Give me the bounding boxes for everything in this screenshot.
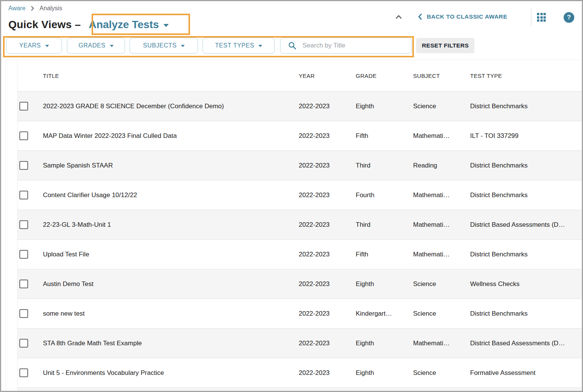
row-checkbox[interactable]: [19, 250, 28, 259]
search-box: [280, 38, 412, 54]
row-checkbox[interactable]: [19, 220, 28, 229]
row-checkbox[interactable]: [19, 191, 28, 199]
row-checkbox[interactable]: [19, 309, 28, 318]
table-row[interactable]: Unit 5 - Environments Vocabulary Practic…: [17, 358, 582, 387]
cell-subject: Mathemati…: [413, 251, 470, 258]
table-row[interactable]: [17, 387, 582, 391]
cell-grade: Fifth: [356, 132, 413, 140]
cell-grade: Eighth: [356, 369, 413, 377]
row-checkbox[interactable]: [19, 161, 28, 170]
view-selector-dropdown[interactable]: Analyze Tests: [89, 19, 169, 31]
collapse-header-button[interactable]: [395, 14, 402, 20]
cell-subject: Mathemati…: [413, 340, 470, 347]
table-row[interactable]: 2022-2023 GRADE 8 SCIENCE December (Conf…: [17, 91, 582, 121]
table-row[interactable]: Sample Spanish STAAR 2022-2023 Third Rea…: [17, 150, 582, 180]
row-checkbox[interactable]: [19, 102, 28, 111]
cell-title: MAP Data Winter 2022-2023 Final Culled D…: [43, 132, 299, 140]
cell-title: 22-23-GL 3-Math-Unit 1: [43, 221, 299, 229]
row-checkbox[interactable]: [19, 280, 28, 288]
cell-checkbox: [17, 309, 43, 318]
years-filter-button[interactable]: YEARS: [6, 38, 62, 54]
cell-grade: Fifth: [356, 251, 413, 258]
cell-test-type: District Based Assessments (D…: [470, 340, 582, 347]
grades-filter-button[interactable]: GRADES: [67, 38, 125, 54]
column-header-grade[interactable]: GRADE: [356, 73, 413, 79]
cell-subject: Science: [413, 369, 470, 377]
cell-year: 2022-2023: [299, 132, 356, 140]
years-filter-label: YEARS: [19, 42, 41, 49]
table-row[interactable]: 22-23-GL 3-Math-Unit 1 2022-2023 Third M…: [17, 210, 582, 239]
table-row[interactable]: Content Clarifier Usage 10/12/22 2022-20…: [17, 180, 582, 210]
subjects-filter-label: SUBJECTS: [143, 42, 176, 49]
breadcrumb: Aware Analysis: [8, 5, 62, 12]
table-row[interactable]: STA 8th Grade Math Test Example 2022-202…: [17, 328, 582, 358]
chevron-down-icon: [181, 45, 185, 47]
cell-title: some new test: [43, 310, 299, 318]
cell-title: Sample Spanish STAAR: [43, 162, 299, 169]
cell-test-type: District Benchmarks: [470, 103, 582, 110]
table-row[interactable]: some new test 2022-2023 Kindergart… Scie…: [17, 299, 582, 328]
page-title: Quick Views –: [8, 19, 81, 31]
column-header-subject[interactable]: SUBJECT: [413, 73, 470, 79]
cell-year: 2022-2023: [299, 310, 356, 318]
cell-test-type: District Benchmarks: [470, 310, 582, 318]
cell-subject: Mathemati…: [413, 191, 470, 199]
chevron-down-icon: [258, 45, 262, 47]
cell-year: 2022-2023: [299, 191, 356, 199]
row-checkbox[interactable]: [19, 368, 28, 377]
cell-year: 2022-2023: [299, 251, 356, 258]
row-checkbox[interactable]: [19, 131, 28, 140]
chevron-up-icon: [395, 14, 402, 20]
cell-checkbox: [17, 368, 43, 377]
cell-title: Unit 5 - Environments Vocabulary Practic…: [43, 369, 299, 377]
help-icon[interactable]: ?: [564, 12, 574, 23]
table-body: 2022-2023 GRADE 8 SCIENCE December (Conf…: [17, 91, 582, 391]
cell-subject: Science: [413, 310, 470, 318]
table-card-left-edge: [6, 60, 6, 391]
cell-grade: Eighth: [356, 103, 413, 110]
table-row[interactable]: Upload Test File 2022-2023 Fifth Mathema…: [17, 239, 582, 269]
back-to-classic-label: BACK TO CLASSIC AWARE: [427, 13, 507, 20]
cell-checkbox: [17, 339, 43, 348]
cell-grade: Fourth: [356, 191, 413, 199]
app-window: Aware Analysis Quick Views – Analyze Tes…: [0, 0, 583, 392]
cell-checkbox: [17, 161, 43, 170]
test-types-filter-button[interactable]: TEST TYPES: [203, 38, 275, 54]
cell-grade: Kindergart…: [356, 310, 413, 318]
cell-checkbox: [17, 102, 43, 111]
cell-year: 2022-2023: [299, 340, 356, 347]
chevron-down-icon: [163, 24, 169, 27]
cell-checkbox: [17, 250, 43, 259]
tests-table: TITLE YEAR GRADE SUBJECT TEST TYPE 2022-…: [17, 60, 582, 391]
column-header-test-type[interactable]: TEST TYPE: [470, 73, 582, 79]
breadcrumb-analysis: Analysis: [40, 5, 62, 12]
cell-test-type: ILT - TOI 337299: [470, 132, 582, 140]
cell-title: Upload Test File: [43, 251, 299, 258]
table-row[interactable]: Austin Demo Test 2022-2023 Eighth Scienc…: [17, 269, 582, 299]
cell-grade: Third: [356, 221, 413, 229]
search-input[interactable]: [303, 42, 394, 49]
search-icon: [288, 41, 296, 50]
breadcrumb-aware[interactable]: Aware: [8, 5, 25, 12]
cell-title: Content Clarifier Usage 10/12/22: [43, 191, 299, 199]
cell-test-type: District Based Assessments (D…: [470, 221, 582, 229]
chevron-down-icon: [110, 45, 114, 47]
header-divider: [531, 9, 531, 26]
test-types-filter-label: TEST TYPES: [215, 42, 254, 49]
reset-filters-button[interactable]: RESET FILTERS: [416, 38, 474, 53]
cell-year: 2022-2023: [299, 369, 356, 377]
row-checkbox[interactable]: [19, 339, 28, 348]
column-header-year[interactable]: YEAR: [299, 73, 356, 79]
cell-subject: Science: [413, 103, 470, 110]
cell-title: Austin Demo Test: [43, 280, 299, 288]
back-to-classic-link[interactable]: BACK TO CLASSIC AWARE: [418, 13, 507, 21]
cell-year: 2022-2023: [299, 103, 356, 110]
apps-grid-icon[interactable]: [537, 13, 546, 22]
cell-grade: Third: [356, 162, 413, 169]
subjects-filter-button[interactable]: SUBJECTS: [130, 38, 198, 54]
column-header-title[interactable]: TITLE: [43, 73, 299, 79]
cell-checkbox: [17, 280, 43, 288]
cell-title: STA 8th Grade Math Test Example: [43, 340, 299, 347]
table-row[interactable]: MAP Data Winter 2022-2023 Final Culled D…: [17, 121, 582, 150]
cell-subject: Reading: [413, 162, 470, 169]
